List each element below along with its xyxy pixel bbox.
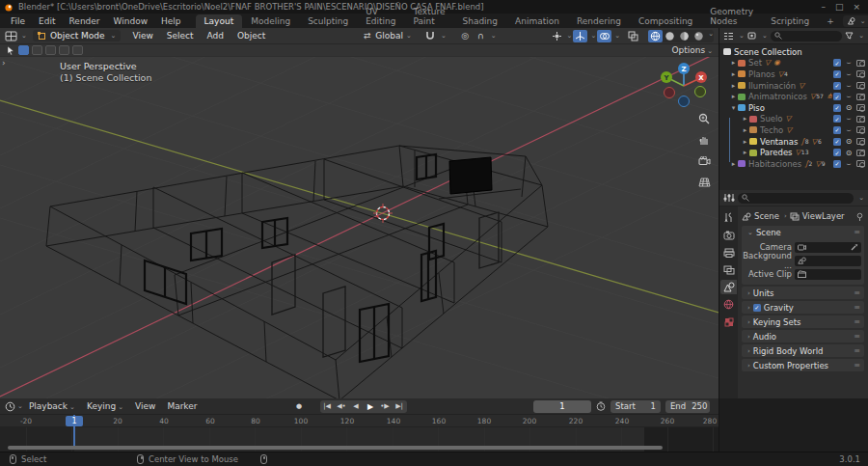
camera-visibility-icon[interactable] [856, 70, 865, 77]
select-mode-invert[interactable] [59, 45, 69, 55]
select-mode-set[interactable] [18, 45, 29, 55]
orientation-label[interactable]: Global [375, 31, 403, 41]
gizmo-y-negative[interactable] [695, 87, 706, 97]
next-keyframe-button[interactable]: •▶ [378, 400, 393, 413]
editor-divider[interactable] [719, 28, 719, 398]
editor-type-icon[interactable] [5, 31, 17, 41]
tab-rendering[interactable]: Rendering [568, 14, 630, 28]
collection-label[interactable]: Piso [748, 103, 765, 113]
disclosure-triangle[interactable]: ▸ [729, 70, 738, 78]
select-tool-cursor-icon[interactable] [6, 45, 15, 55]
dark-panel[interactable] [449, 157, 492, 194]
menu-object[interactable]: Object [231, 31, 271, 41]
disclosure-triangle[interactable]: ▸ [729, 82, 738, 90]
ortho-grid-button[interactable] [695, 174, 713, 191]
collection-label[interactable]: Scene Collection [734, 47, 802, 57]
menu-add[interactable]: Add [202, 31, 230, 41]
exclude-checkbox[interactable]: ✓ [833, 59, 841, 67]
gizmos-toggle-icon[interactable] [573, 30, 587, 42]
menu-edit[interactable]: Edit [32, 16, 62, 26]
collection-label[interactable]: Set [748, 58, 762, 68]
mode-dropdown[interactable]: Object Mode ⌄ [33, 30, 122, 41]
menu-view[interactable]: View [126, 31, 158, 41]
tab-tool[interactable] [720, 210, 737, 225]
outliner-row-suelo[interactable]: ▸ Suelo ▽ ✓⌣ [719, 114, 868, 125]
current-frame-field[interactable]: 1 [533, 400, 591, 413]
outliner-row-habitaciones[interactable]: ▸ Habitaciones ∫2 ▽9 ✓⌣ [719, 158, 868, 170]
drag-handle-icon[interactable]: ≡ [854, 346, 860, 355]
drag-handle-icon[interactable]: ≡ [854, 361, 860, 370]
jump-to-end-button[interactable]: ▶| [393, 400, 407, 413]
camera-visibility-icon[interactable] [856, 104, 865, 111]
xray-toggle-icon[interactable] [626, 30, 640, 42]
tab-shading[interactable]: Shading [453, 14, 506, 28]
outliner-row-paredes[interactable]: ▸ Paredes ▽13 ✓⊙ [719, 147, 868, 158]
start-frame-field[interactable]: Start1 [610, 400, 661, 413]
tab-texture-paint[interactable]: Texture Paint [405, 5, 454, 28]
select-mode-subtract[interactable] [45, 45, 56, 55]
panel-keying-sets[interactable]: ›Keying Sets≡ [742, 315, 864, 328]
zoom-button[interactable] [695, 110, 713, 127]
menu-file[interactable]: File [4, 16, 32, 26]
play-button[interactable]: ▶ [364, 400, 378, 413]
menu-window[interactable]: Window [107, 16, 155, 26]
collection-label[interactable]: Paredes [760, 148, 793, 157]
eye-icon[interactable]: ⊙ [845, 137, 854, 146]
exclude-checkbox[interactable]: ✓ [833, 104, 841, 112]
camera-visibility-icon[interactable] [856, 94, 865, 100]
shading-rendered-icon[interactable] [692, 30, 706, 42]
minimize-button[interactable]: – [821, 2, 826, 12]
eye-icon[interactable]: ⌣ [845, 159, 854, 169]
playhead-label[interactable]: 1 [66, 416, 83, 426]
tab-uv-editing[interactable]: UV Editing [357, 5, 404, 28]
eye-icon[interactable]: ⌣ [845, 114, 854, 123]
eye-icon[interactable]: ⌣ [845, 69, 854, 79]
end-frame-field[interactable]: End250 [665, 400, 710, 413]
active-clip-field[interactable] [795, 269, 861, 280]
outliner-row-ventanas[interactable]: ▸ Ventanas ∫8 ▽6 ✓⊙ [719, 136, 868, 148]
eye-icon[interactable]: ⊙ [845, 103, 854, 112]
scene-canvas[interactable] [0, 44, 719, 398]
panel-rigid-body-world[interactable]: ›Rigid Body World≡ [742, 344, 864, 357]
pin-icon[interactable] [855, 212, 864, 221]
background-scene-field[interactable] [795, 256, 861, 266]
gizmo-x-negative[interactable] [665, 88, 675, 98]
panel-scene-header[interactable]: ⌄ Scene ≡ [742, 226, 864, 238]
camera-visibility-icon[interactable] [856, 116, 865, 123]
scene-selector[interactable]: ⌄ Scene × [843, 15, 868, 27]
prev-keyframe-button[interactable]: ◀• [335, 400, 349, 413]
exclude-checkbox[interactable]: ✓ [833, 160, 841, 168]
disclosure-triangle[interactable]: ▾ [729, 104, 738, 112]
pan-hand-button[interactable] [695, 131, 713, 149]
filter-funnel-icon[interactable] [845, 32, 854, 40]
exclude-checkbox[interactable]: ✓ [833, 93, 841, 100]
tab-view-layer[interactable] [720, 262, 737, 277]
drag-handle-icon[interactable]: ≡ [854, 317, 860, 326]
disclosure-triangle[interactable]: ▸ [741, 115, 749, 123]
menu-render[interactable]: Render [63, 16, 107, 26]
panel-audio[interactable]: ›Audio≡ [742, 330, 864, 343]
drag-handle-icon[interactable]: ≡ [854, 303, 860, 312]
exclude-checkbox[interactable]: ✓ [833, 115, 841, 123]
collection-label[interactable]: Suelo [760, 114, 783, 123]
panel-units[interactable]: ›Units≡ [742, 287, 864, 299]
tab-texture[interactable] [720, 315, 737, 329]
tab-modeling[interactable]: Modeling [242, 14, 299, 28]
collection-label[interactable]: Techo [760, 125, 783, 135]
eye-icon[interactable]: ⌣ [845, 81, 854, 91]
breadcrumb-viewlayer[interactable]: ViewLayer [802, 211, 845, 221]
show-gizmo-icon[interactable] [550, 30, 564, 42]
outliner-row-animatronicos[interactable]: ▸ Animatronicos ▽57 ⋔ ✓⌣ [719, 91, 868, 102]
shading-wireframe-icon[interactable] [648, 30, 663, 42]
add-workspace-button[interactable]: + [818, 14, 843, 28]
jump-to-start-button[interactable]: |◀ [320, 400, 335, 413]
eye-icon[interactable]: ⌣ [845, 58, 854, 68]
outliner-row-planos[interactable]: ▸ Planos ▽4 ✓⌣ [719, 69, 868, 80]
properties-search-input[interactable] [738, 193, 854, 204]
drag-handle-icon[interactable]: ≡ [854, 332, 860, 341]
timeline-editor-icon[interactable] [5, 401, 15, 412]
collection-label[interactable]: Ventanas [760, 137, 798, 147]
outliner-row-set[interactable]: ▸ Set ▽ ◉ ✓⌣ [719, 58, 868, 69]
breadcrumb-scene[interactable]: Scene [754, 211, 779, 221]
gizmo-z-negative[interactable] [679, 96, 690, 107]
